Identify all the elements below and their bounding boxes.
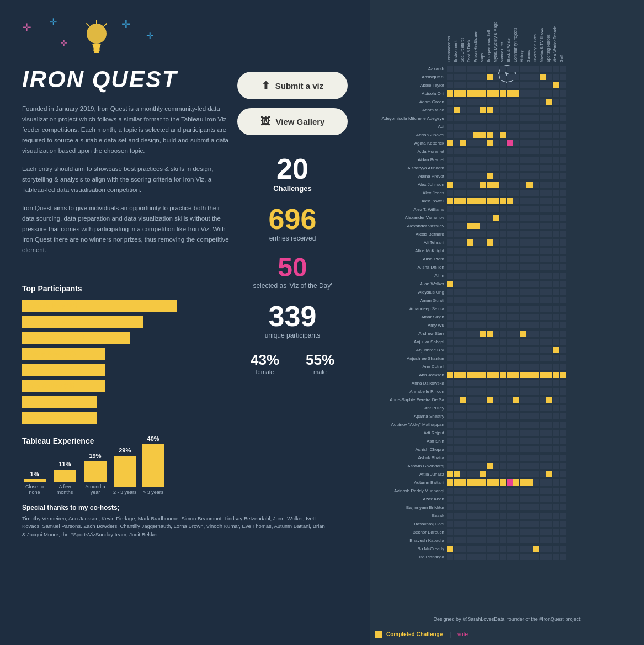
grid-cell: [473, 529, 480, 535]
grid-cell: [454, 306, 460, 312]
grid-cell: [460, 239, 466, 246]
grid-cell: [526, 422, 533, 428]
grid-cell: [467, 90, 473, 97]
grid-cell: [533, 397, 539, 403]
grid-cell: [553, 66, 559, 72]
grid-cell: [493, 314, 499, 320]
grid-cell: [467, 537, 473, 543]
exp-bar: [114, 456, 136, 487]
grid-cell: [460, 99, 466, 105]
grid-col-header: Mobile First: [500, 3, 507, 63]
grid-cell: [487, 66, 493, 72]
participant-label: Gary Collins (10): [26, 382, 74, 389]
vote-link[interactable]: vote: [457, 631, 468, 637]
grid-cell: [467, 355, 473, 361]
grid-cell: [473, 82, 480, 88]
grid-cell: [546, 471, 552, 477]
grid-cell: [480, 521, 486, 527]
grid-cell: [487, 521, 493, 527]
grid-cell: [520, 124, 526, 130]
view-gallery-button[interactable]: 🖼 View Gallery: [237, 108, 348, 135]
grid-cell: [500, 66, 506, 72]
grid-cell: [526, 463, 533, 469]
grid-cell: [533, 306, 539, 312]
grid-cell: [546, 479, 552, 486]
grid-cell: [546, 529, 552, 535]
grid-cell: [526, 364, 533, 370]
grid-cell: [507, 471, 513, 477]
grid-cell: [546, 165, 552, 171]
grid-cell: [487, 488, 493, 494]
grid-cell: [447, 430, 453, 436]
grid-cell: [533, 529, 539, 535]
exp-bar-column: 11% A few months: [52, 461, 77, 495]
grid-cell: [553, 157, 559, 163]
grid-cell: [520, 215, 526, 221]
grid-cell: [540, 165, 546, 171]
grid-cell: [540, 124, 546, 130]
grid-cell: [460, 372, 466, 378]
grid-cell: [546, 521, 552, 527]
grid-row: Basak: [370, 511, 644, 519]
grid-cell: [460, 347, 466, 353]
grid-cell: [454, 413, 460, 419]
grid-cell: [447, 364, 453, 370]
grid-cell: [473, 99, 480, 105]
grid-participant-name: All In: [370, 273, 447, 278]
grid-row: Adeyomisola-Mitchelle Adegeye: [370, 114, 644, 122]
grid-cell: [546, 488, 552, 494]
grid-cell: [520, 463, 526, 469]
grid-cell: [500, 281, 506, 287]
grid-cell: [467, 165, 473, 171]
grid-cell: [553, 182, 559, 188]
grid-cell: [473, 422, 480, 428]
grid-cell: [493, 546, 499, 552]
grid-cell: [513, 223, 519, 229]
grid-cell: [480, 90, 486, 97]
grid-cell: [487, 463, 493, 469]
grid-cell: [520, 314, 526, 320]
grid-cell: [480, 331, 486, 337]
grid-cell: [447, 504, 453, 510]
grid-cells-row: [447, 115, 566, 121]
grid-cell: [533, 496, 539, 502]
grid-cell: [553, 289, 559, 295]
grid-cell: [473, 281, 480, 287]
submit-viz-button[interactable]: ⬆ Submit a viz: [237, 72, 348, 99]
grid-cells-row: [447, 446, 566, 452]
grid-col-header: Crimsonboards: [447, 3, 454, 63]
grid-cell: [493, 173, 499, 179]
viz-of-day-stat: 50 selected as 'Viz of the Day': [237, 254, 348, 290]
grid-cell: [487, 479, 493, 486]
grid-cell: [467, 140, 473, 146]
grid-cell: [540, 82, 546, 88]
grid-cell: [487, 223, 493, 229]
grid-cell: [500, 297, 506, 303]
grid-participant-name: Anne-Sophie Pereira De Sa: [370, 397, 447, 402]
grid-cell: [513, 438, 519, 444]
grid-cells-row: [447, 546, 566, 552]
grid-cell: [540, 413, 546, 419]
grid-cell: [526, 239, 533, 246]
grid-cell: [454, 455, 460, 461]
grid-cell: [520, 513, 526, 519]
grid-cell: [553, 165, 559, 171]
grid-cell: [546, 413, 552, 419]
grid-cell: [546, 107, 552, 113]
grid-participant-name: Ann Jackson: [370, 372, 447, 377]
grid-cell: [460, 529, 466, 535]
grid-cell: [500, 115, 506, 121]
grid-cell: [553, 231, 559, 237]
grid-cell: [460, 82, 466, 88]
grid-cell: [487, 74, 493, 80]
grid-row: Alisa Prem: [370, 255, 644, 263]
grid-cell: [487, 438, 493, 444]
grid-cell: [500, 132, 506, 138]
grid-cell: [480, 173, 486, 179]
grid-cell: [540, 529, 546, 535]
grid-cell: [507, 422, 513, 428]
grid-cell: [493, 165, 499, 171]
grid-cell: [487, 529, 493, 535]
grid-cell: [540, 239, 546, 246]
grid-participant-name: Anna Dzikowska: [370, 381, 447, 386]
